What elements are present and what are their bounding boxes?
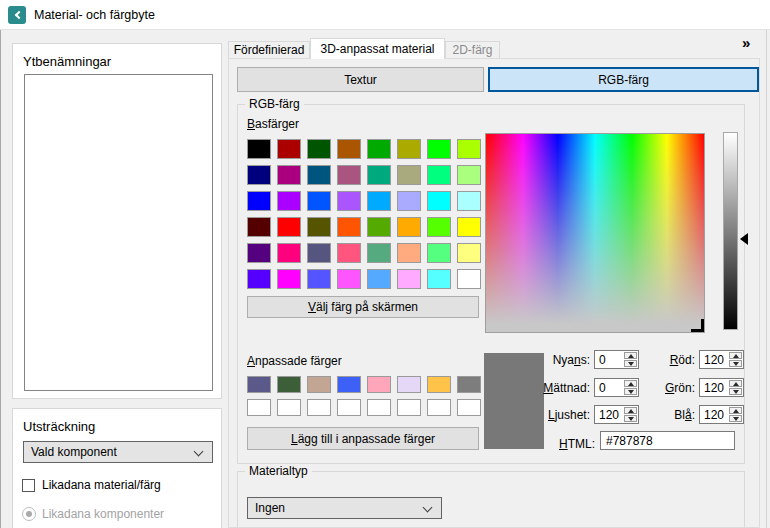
color-swatch[interactable] [427,243,451,263]
color-swatch[interactable] [427,217,451,237]
green-spinbox[interactable]: 120 [699,378,744,397]
color-swatch[interactable] [307,139,331,159]
saturation-spinbox[interactable]: 0 [594,378,639,397]
color-swatch[interactable] [277,399,301,416]
color-swatch[interactable] [277,191,301,211]
color-swatch[interactable] [307,191,331,211]
red-up-button[interactable] [729,352,742,359]
lightness-arrow-icon[interactable] [740,233,748,245]
color-swatch[interactable] [427,376,451,393]
color-swatch[interactable] [247,139,271,159]
color-swatch[interactable] [397,243,421,263]
color-swatch[interactable] [457,139,481,159]
blue-value[interactable]: 120 [700,406,728,423]
color-swatch[interactable] [247,399,271,416]
color-swatch[interactable] [457,399,481,416]
color-swatch[interactable] [457,217,481,237]
color-swatch[interactable] [247,376,271,393]
color-swatch[interactable] [247,165,271,185]
add-to-custom-colors-button[interactable]: Lägg till i anpassade färger [247,427,479,450]
color-swatch[interactable] [427,191,451,211]
color-swatch[interactable] [397,269,421,289]
lightness-down-button[interactable] [624,415,637,422]
color-swatch[interactable] [247,243,271,263]
tab-overflow-button[interactable]: » [742,34,750,51]
color-swatch[interactable] [457,376,481,393]
color-swatch[interactable] [427,165,451,185]
saturation-value[interactable]: 0 [595,379,623,396]
pick-color-on-screen-button[interactable]: Välj färg på skärmen [247,296,479,318]
lightness-spinbox[interactable]: 120 [594,405,639,424]
tab-3d-custom-material[interactable]: 3D-anpassat material [310,38,445,59]
saturation-up-button[interactable] [624,380,637,387]
hue-spinbox[interactable]: 0 [594,350,639,369]
color-swatch[interactable] [307,217,331,237]
color-swatch[interactable] [457,165,481,185]
color-swatch[interactable] [367,217,391,237]
color-swatch[interactable] [277,376,301,393]
color-swatch[interactable] [367,269,391,289]
color-swatch[interactable] [337,217,361,237]
color-swatch[interactable] [397,399,421,416]
color-swatch[interactable] [427,399,451,416]
color-swatch[interactable] [247,191,271,211]
red-spinbox[interactable]: 120 [699,350,744,369]
red-down-button[interactable] [729,360,742,367]
color-swatch[interactable] [247,217,271,237]
color-swatch[interactable] [457,269,481,289]
lightness-value[interactable]: 120 [595,406,623,423]
color-swatch[interactable] [397,165,421,185]
color-swatch[interactable] [277,139,301,159]
hue-saturation-field[interactable] [485,133,705,333]
color-swatch[interactable] [397,217,421,237]
green-value[interactable]: 120 [700,379,728,396]
color-swatch[interactable] [367,376,391,393]
color-swatch[interactable] [337,243,361,263]
color-swatch[interactable] [427,139,451,159]
same-material-checkbox-row[interactable]: Likadana material/färg [22,478,161,492]
hue-down-button[interactable] [624,360,637,367]
color-swatch[interactable] [277,217,301,237]
blue-up-button[interactable] [729,407,742,414]
hue-up-button[interactable] [624,352,637,359]
color-swatch[interactable] [307,376,331,393]
color-swatch[interactable] [307,399,331,416]
saturation-down-button[interactable] [624,388,637,395]
back-icon[interactable] [8,6,26,24]
color-swatch[interactable] [337,399,361,416]
color-crosshair-marker[interactable] [691,319,704,332]
color-swatch[interactable] [307,243,331,263]
color-swatch[interactable] [367,139,391,159]
color-swatch[interactable] [397,376,421,393]
color-swatch[interactable] [457,243,481,263]
color-swatch[interactable] [367,191,391,211]
green-up-button[interactable] [729,380,742,387]
html-color-input[interactable]: #787878 [600,431,735,450]
tab-predefined[interactable]: Fördefinierad [228,41,310,59]
color-swatch[interactable] [337,191,361,211]
color-swatch[interactable] [307,269,331,289]
texture-button[interactable]: Textur [237,67,484,92]
color-swatch[interactable] [337,139,361,159]
color-swatch[interactable] [337,165,361,185]
color-swatch[interactable] [457,191,481,211]
color-swatch[interactable] [307,165,331,185]
lightness-bar[interactable] [723,132,738,330]
surface-names-list[interactable] [24,74,213,391]
color-swatch[interactable] [367,243,391,263]
blue-spinbox[interactable]: 120 [699,405,744,424]
color-swatch[interactable] [397,139,421,159]
color-swatch[interactable] [337,269,361,289]
color-swatch[interactable] [397,191,421,211]
green-down-button[interactable] [729,388,742,395]
lightness-up-button[interactable] [624,407,637,414]
color-swatch[interactable] [247,269,271,289]
blue-down-button[interactable] [729,415,742,422]
red-value[interactable]: 120 [700,351,728,368]
same-material-checkbox[interactable] [22,479,35,492]
color-swatch[interactable] [277,243,301,263]
rgb-color-button[interactable]: RGB-färg [488,67,759,92]
color-swatch[interactable] [427,269,451,289]
color-swatch[interactable] [337,376,361,393]
color-swatch[interactable] [367,165,391,185]
